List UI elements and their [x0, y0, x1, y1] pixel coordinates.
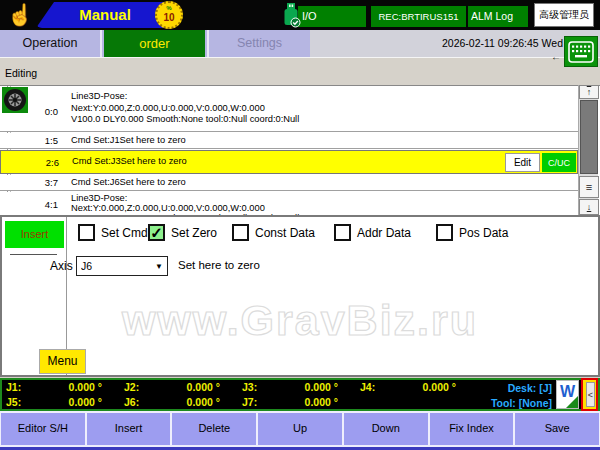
menu-button[interactable]: Menu	[39, 349, 86, 374]
checkbox-label: Pos Data	[459, 226, 508, 240]
scroll-bottom-button[interactable]: ↓	[579, 199, 599, 215]
checkbox-icon[interactable]: ✓	[148, 224, 165, 241]
usb-drive-icon	[281, 2, 301, 32]
bottom-button-save[interactable]: Save	[515, 413, 599, 445]
joint-readout: J6: 0.000 °	[124, 396, 220, 408]
checkbox-set-cmd[interactable]: Set Cmd	[78, 224, 148, 241]
checkbox-set-zero[interactable]: ✓ Set Zero	[148, 224, 217, 241]
checkbox-label: Set Zero	[171, 226, 217, 240]
collapse-button[interactable]: <	[581, 378, 598, 411]
insert-underline	[10, 254, 57, 255]
bottom-button-down[interactable]: Down	[344, 413, 428, 445]
bottom-button-editor-s-h[interactable]: Editor S/H	[1, 413, 85, 445]
program-row[interactable]: 4:1 Line3D-Pose: Next:Y:0.000,Z:0.000,U:…	[0, 192, 578, 216]
bottom-button-up[interactable]: Up	[258, 413, 342, 445]
joint-readout: J1: 0.000 °	[6, 381, 102, 393]
checkbox-label: Const Data	[255, 226, 315, 240]
tool-indicator: Tool: [None]	[491, 397, 552, 409]
speed-unit: %	[157, 5, 181, 12]
rec-button[interactable]: REC:BRTIRUS151	[371, 6, 466, 27]
row-text: Line3D-Pose: Next:Y:0.000,Z:0.000,U:0.00…	[71, 193, 299, 215]
checkbox-icon[interactable]	[334, 224, 351, 241]
hand-pointer-icon: ☝	[7, 1, 33, 29]
io-button[interactable]: I/O	[298, 6, 366, 27]
scroll-thumb[interactable]	[580, 100, 598, 174]
tab-settings[interactable]: Settings	[207, 30, 310, 57]
checkbox-icon[interactable]	[232, 224, 249, 241]
row-index: 3:7	[0, 177, 58, 188]
vertical-scrollbar[interactable]: ↑ ≡ ↓	[578, 85, 598, 215]
row-index: 4:1	[0, 199, 58, 210]
back-arrow-icon: ←	[551, 51, 561, 62]
program-row[interactable]: 0:0 Line3D-Pose: Next:Y:0.000,Z:0.000,U:…	[0, 88, 578, 132]
tab-order[interactable]: order	[104, 30, 205, 57]
checkbox-const-data[interactable]: Const Data	[232, 224, 315, 241]
scroll-top-button[interactable]: ↑	[579, 85, 599, 99]
joint-readout: J5: 0.000 °	[6, 396, 102, 408]
keyboard-icon[interactable]	[564, 36, 598, 67]
w-logo-swoosh	[566, 396, 578, 408]
row-text: Cmd Set:J3Set here to zero	[72, 156, 187, 168]
w-logo-icon[interactable]: W	[556, 380, 579, 409]
program-row[interactable]: 3:7 Cmd Set:J6Set here to zero	[0, 175, 578, 191]
datetime: 2026-02-11 09:26:45 Wed	[442, 37, 563, 49]
axis-select[interactable]: J6 ▼	[76, 256, 168, 276]
bottom-toolbar: Editor S/HInsertDeleteUpDownFix IndexSav…	[0, 411, 600, 447]
alm-log-button[interactable]: ALM Log	[468, 6, 528, 27]
collapse-arrow-icon: <	[586, 382, 595, 407]
tab-row: Operation order Settings 2026-02-11 09:2…	[0, 30, 600, 57]
insert-panel: Insert Menu Set Cmd ✓ Set Zero Const Dat…	[0, 215, 600, 377]
chevron-down-icon: ▼	[155, 262, 163, 271]
edit-button[interactable]: Edit	[505, 153, 540, 172]
program-row[interactable]: 1:5 Cmd Set:J1Set here to zero	[0, 133, 578, 149]
row-text: Cmd Set:J1Set here to zero	[71, 135, 186, 147]
program-row[interactable]: 2:6 Cmd Set:J3Set here to zero EditC/UC	[0, 150, 578, 174]
joint-readout: J2: 0.000 °	[124, 381, 220, 393]
checkbox-icon[interactable]	[436, 224, 453, 241]
mode-banner[interactable]: Manual	[36, 2, 174, 28]
axis-hint-text: Set here to zero	[178, 259, 260, 271]
admin-level-button[interactable]: 高级管理员	[534, 3, 594, 27]
joint-readout: J4: 0.000 °	[360, 381, 456, 393]
wheel-icon	[2, 87, 28, 117]
joint-readout: J3: 0.000 °	[242, 381, 338, 393]
bottom-button-fix-index[interactable]: Fix Index	[430, 413, 514, 445]
checkbox-label: Set Cmd	[101, 226, 148, 240]
editing-label: Editing	[5, 67, 37, 79]
edit-toolbar: Editing main ▼ New M CMD Main MOD ▼ new …	[0, 57, 600, 85]
row-index: 2:6	[1, 157, 59, 168]
row-text: Line3D-Pose: Next:Y:0.000,Z:0.000,U:0.00…	[71, 91, 299, 131]
tab-operation[interactable]: Operation	[0, 30, 102, 57]
top-bar: ☝ Manual % 10 I/O REC:BRTIRUS151 ALM Log…	[0, 0, 600, 30]
speed-gauge[interactable]: % 10	[155, 1, 183, 29]
row-index: 1:5	[0, 135, 58, 146]
joint-readout: J7: 0.000 °	[242, 396, 338, 408]
cuc-button[interactable]: C/UC	[542, 153, 576, 172]
bottom-button-insert[interactable]: Insert	[87, 413, 171, 445]
checkbox-icon[interactable]	[78, 224, 95, 241]
program-list: 0:0 Line3D-Pose: Next:Y:0.000,Z:0.000,U:…	[0, 85, 600, 215]
checkbox-label: Addr Data	[357, 226, 411, 240]
checkbox-pos-data[interactable]: Pos Data	[436, 224, 508, 241]
speed-value: 10	[157, 12, 181, 23]
insert-mode-button[interactable]: Insert	[5, 221, 64, 248]
axis-label: Axis	[50, 259, 73, 273]
row-text: Cmd Set:J6Set here to zero	[71, 177, 186, 189]
checkbox-addr-data[interactable]: Addr Data	[334, 224, 411, 241]
scroll-menu-button[interactable]: ≡	[579, 176, 599, 198]
bottom-button-delete[interactable]: Delete	[172, 413, 256, 445]
status-bar: J1: 0.000 ° J2: 0.000 ° J3: 0.000 ° J4: …	[0, 378, 600, 411]
pendant-screen: ☝ Manual % 10 I/O REC:BRTIRUS151 ALM Log…	[0, 0, 600, 450]
desk-indicator: Desk: [J]	[508, 382, 552, 394]
